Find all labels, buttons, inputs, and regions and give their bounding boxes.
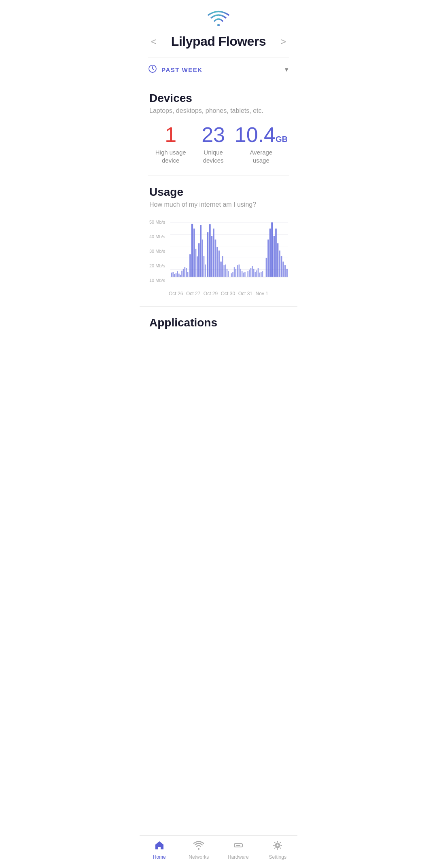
svg-rect-36: [220, 262, 222, 277]
x-label-oct26: Oct 26: [169, 291, 183, 296]
usage-chart: 50 Mb/s 40 Mb/s 30 Mb/s 20 Mb/s 10 Mb/s: [149, 218, 288, 296]
svg-rect-71: [281, 256, 282, 277]
svg-rect-16: [184, 267, 185, 277]
svg-rect-40: [227, 269, 228, 277]
svg-rect-28: [205, 265, 206, 277]
svg-rect-11: [177, 271, 178, 277]
wifi-icon: [140, 0, 297, 34]
svg-rect-65: [269, 229, 271, 277]
x-label-oct27: Oct 27: [186, 291, 200, 296]
time-filter-left: PAST WEEK: [148, 64, 203, 75]
svg-rect-29: [207, 232, 209, 277]
usage-subtitle: How much of my internet am I using?: [149, 201, 288, 208]
usage-title: Usage: [149, 186, 288, 199]
svg-rect-42: [231, 273, 232, 277]
svg-rect-55: [252, 266, 253, 277]
y-label-30: 30 Mb/s: [149, 249, 170, 254]
svg-rect-41: [228, 271, 229, 277]
time-filter-dropdown-icon[interactable]: ▼: [284, 66, 289, 73]
svg-rect-68: [275, 229, 277, 277]
svg-rect-51: [244, 272, 246, 277]
svg-rect-12: [178, 274, 180, 277]
clock-icon: [148, 64, 157, 75]
y-label-50: 50 Mb/s: [149, 220, 170, 224]
svg-rect-35: [218, 250, 220, 277]
stat-average-usage-label: Averageusage: [250, 148, 273, 164]
svg-rect-63: [266, 258, 267, 277]
y-label-20: 20 Mb/s: [149, 263, 170, 268]
svg-rect-26: [202, 239, 203, 277]
svg-rect-38: [223, 265, 225, 277]
network-header: < Lilypad Flowers >: [140, 34, 297, 57]
time-filter-row[interactable]: PAST WEEK ▼: [140, 57, 297, 82]
svg-rect-47: [239, 265, 240, 277]
applications-section: Applications: [140, 307, 297, 329]
svg-rect-54: [250, 268, 252, 277]
prev-button[interactable]: <: [148, 34, 160, 49]
svg-rect-23: [197, 256, 198, 277]
y-label-40: 40 Mb/s: [149, 234, 170, 239]
svg-rect-7: [171, 273, 172, 277]
svg-rect-56: [253, 269, 255, 277]
svg-rect-8: [172, 272, 174, 277]
svg-rect-69: [277, 243, 279, 277]
svg-rect-59: [258, 268, 259, 277]
stat-average-usage-value: 10.4GB: [235, 124, 288, 145]
svg-rect-45: [235, 269, 236, 277]
stat-unique-devices[interactable]: 23 Uniquedevices: [192, 124, 234, 164]
usage-chart-svg: [170, 218, 288, 287]
y-label-10: 10 Mb/s: [149, 278, 170, 283]
svg-rect-27: [204, 256, 205, 277]
svg-rect-66: [271, 222, 273, 277]
svg-rect-15: [183, 269, 184, 277]
svg-rect-39: [225, 265, 226, 277]
svg-rect-21: [193, 229, 195, 277]
svg-rect-33: [215, 239, 216, 277]
svg-rect-14: [181, 271, 182, 277]
svg-rect-52: [247, 271, 248, 277]
x-label-oct30: Oct 30: [221, 291, 235, 296]
svg-point-0: [217, 24, 220, 26]
stat-high-usage-value: 1: [165, 124, 176, 145]
svg-rect-17: [186, 268, 187, 277]
applications-title: Applications: [149, 316, 288, 329]
stat-unique-devices-value: 23: [202, 124, 225, 145]
svg-rect-48: [240, 269, 241, 277]
svg-rect-70: [279, 250, 280, 277]
svg-rect-57: [255, 272, 256, 277]
svg-rect-43: [232, 272, 233, 277]
svg-rect-30: [209, 224, 211, 277]
time-filter-label: PAST WEEK: [161, 66, 203, 73]
stat-high-usage-label: High usagedevice: [155, 148, 186, 164]
svg-rect-61: [261, 272, 262, 277]
svg-rect-13: [180, 275, 181, 277]
stat-high-usage[interactable]: 1 High usagedevice: [149, 124, 192, 164]
svg-rect-31: [211, 236, 213, 277]
next-button[interactable]: >: [277, 34, 289, 49]
devices-subtitle: Laptops, desktops, phones, tablets, etc.: [149, 107, 288, 114]
svg-rect-73: [284, 265, 286, 277]
chart-x-labels: Oct 26 Oct 27 Oct 29 Oct 30 Oct 31 Nov 1: [149, 288, 288, 296]
svg-rect-20: [191, 224, 193, 277]
usage-section: Usage How much of my internet am I using…: [140, 176, 297, 296]
svg-rect-74: [286, 269, 288, 277]
network-name: Lilypad Flowers: [171, 34, 266, 49]
svg-rect-10: [176, 273, 177, 277]
svg-rect-24: [198, 243, 200, 277]
x-label-nov1: Nov 1: [256, 291, 268, 296]
svg-rect-67: [274, 236, 275, 277]
svg-rect-64: [267, 239, 269, 277]
devices-stats-row: 1 High usagedevice 23 Uniquedevices 10.4…: [149, 124, 288, 176]
svg-rect-49: [242, 271, 243, 277]
svg-rect-37: [222, 256, 223, 277]
svg-rect-72: [282, 262, 284, 277]
stat-average-usage[interactable]: 10.4GB Averageusage: [235, 124, 288, 164]
svg-rect-19: [189, 254, 191, 277]
svg-rect-46: [237, 265, 238, 277]
stat-unique-devices-label: Uniquedevices: [203, 148, 224, 164]
svg-rect-22: [195, 249, 197, 277]
svg-rect-44: [234, 267, 235, 277]
x-label-oct31: Oct 31: [238, 291, 252, 296]
svg-rect-60: [259, 273, 260, 277]
svg-rect-18: [187, 272, 189, 277]
